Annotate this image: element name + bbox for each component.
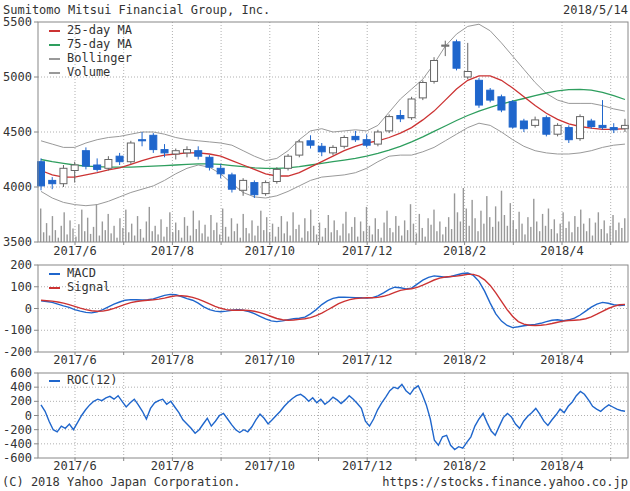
legend-label-macd: MACD xyxy=(67,268,96,279)
y-axis-label: 5000 xyxy=(3,70,32,84)
x-axis-label: 2017/10 xyxy=(245,244,296,258)
candle-body xyxy=(82,151,89,166)
candle-body xyxy=(408,99,415,118)
candle-body xyxy=(228,175,235,189)
x-axis-label: 2017/8 xyxy=(151,244,194,258)
candle-body xyxy=(71,165,78,171)
candle-body xyxy=(172,151,179,154)
x-axis-label: 2018/2 xyxy=(443,459,486,473)
y-axis-label: 200 xyxy=(10,258,32,272)
candle-body xyxy=(374,132,381,144)
x-axis-label: 2017/10 xyxy=(245,459,296,473)
y-axis-label: -400 xyxy=(3,437,32,451)
x-axis-label: 2018/2 xyxy=(443,353,486,367)
candle-body xyxy=(453,42,460,68)
y-axis-label: 600 xyxy=(10,366,32,380)
roc-chart-legend: ROC(12) xyxy=(49,375,118,386)
y-axis-label: 0 xyxy=(25,302,32,316)
candle-body xyxy=(621,125,628,128)
legend-item-roc: ROC(12) xyxy=(49,375,118,386)
candle-body xyxy=(217,168,224,174)
candle-body xyxy=(127,143,134,162)
x-axis-label: 2017/8 xyxy=(151,353,194,367)
x-axis-label: 2017/6 xyxy=(53,244,96,258)
page-title: Sumitomo Mitsui Financial Group, Inc. xyxy=(3,3,270,17)
candle-body xyxy=(419,83,426,98)
y-axis-label: 0 xyxy=(25,409,32,423)
footer-url: https://stocks.finance.yahoo.co.jp xyxy=(382,475,628,489)
candle-body xyxy=(116,156,123,162)
candle-body xyxy=(240,180,247,190)
y-axis-label: 5500 xyxy=(3,15,32,29)
candle-body xyxy=(38,162,45,186)
x-axis-label: 2017/12 xyxy=(342,353,393,367)
candle-body xyxy=(318,146,325,152)
candle-body xyxy=(442,45,449,46)
candle-body xyxy=(565,128,572,140)
price-chart-legend: 25-day MA 75-day MA Bollinger Volume xyxy=(49,25,132,78)
chart-date: 2018/5/14 xyxy=(563,3,628,17)
x-axis-label: 2017/6 xyxy=(53,459,96,473)
signal-swatch-icon xyxy=(49,287,60,289)
candle-body xyxy=(554,125,561,134)
candle-body xyxy=(431,61,438,82)
legend-item-ma75: 75-day MA xyxy=(49,39,132,50)
candle-body xyxy=(397,116,404,119)
x-axis-label: 2018/2 xyxy=(443,244,486,258)
x-axis-label: 2017/12 xyxy=(342,244,393,258)
macd-gridlines xyxy=(38,265,628,352)
candle-body xyxy=(532,120,539,126)
x-axis-label: 2017/6 xyxy=(53,353,96,367)
x-axis-label: 2018/4 xyxy=(540,459,583,473)
y-axis-label: -200 xyxy=(3,345,32,359)
roc12-line xyxy=(41,384,625,449)
candle-body xyxy=(520,121,527,129)
x-axis-label: 2017/12 xyxy=(342,459,393,473)
bollinger-swatch-icon xyxy=(49,58,60,60)
macd-frame xyxy=(34,265,628,355)
candle-body xyxy=(251,183,258,195)
x-axis-label: 2017/10 xyxy=(245,353,296,367)
candle-body xyxy=(487,90,494,100)
candle-body xyxy=(509,102,516,127)
y-axis-label: 3500 xyxy=(3,235,32,249)
candle-body xyxy=(60,168,67,183)
y-axis-label: 400 xyxy=(10,380,32,394)
ma25-swatch-icon xyxy=(49,30,60,32)
candle-body xyxy=(464,72,471,78)
legend-label-roc: ROC(12) xyxy=(67,375,118,386)
candle-body xyxy=(475,80,482,105)
candle-body xyxy=(329,147,336,153)
candle-body xyxy=(363,140,370,146)
candle-body xyxy=(273,169,280,181)
candle-body xyxy=(307,141,314,145)
macd-swatch-icon xyxy=(49,273,60,275)
candle-body xyxy=(577,117,584,139)
x-axis-label: 2017/8 xyxy=(151,459,194,473)
legend-label-bollinger: Bollinger xyxy=(67,53,132,64)
macd-chart-legend: MACD Signal xyxy=(49,268,110,293)
legend-item-volume: Volume xyxy=(49,67,132,78)
legend-label-signal: Signal xyxy=(67,282,110,293)
roc-gridlines xyxy=(38,373,628,458)
legend-label-ma25: 25-day MA xyxy=(67,25,132,36)
candle-body xyxy=(195,151,202,157)
ma75-swatch-icon xyxy=(49,44,60,46)
candle-body xyxy=(139,140,146,141)
macd-line xyxy=(41,273,625,328)
x-axis-label: 2018/4 xyxy=(540,244,583,258)
stock-chart-page: 550050004500400035002017/62017/82017/102… xyxy=(0,0,630,491)
candle-body xyxy=(49,180,56,183)
legend-item-signal: Signal xyxy=(49,282,110,293)
candle-body xyxy=(206,157,213,167)
candle-body xyxy=(599,125,606,127)
candle-body xyxy=(161,150,168,153)
x-axis-label: 2018/4 xyxy=(540,353,583,367)
candle-body xyxy=(543,118,550,135)
volume-bars xyxy=(40,188,625,242)
candle-body xyxy=(341,138,348,147)
volume-swatch-icon xyxy=(49,72,60,74)
candle-body xyxy=(285,156,292,168)
footer-copyright: (C) 2018 Yahoo Japan Corporation. xyxy=(2,475,240,489)
y-axis-label: -100 xyxy=(3,323,32,337)
